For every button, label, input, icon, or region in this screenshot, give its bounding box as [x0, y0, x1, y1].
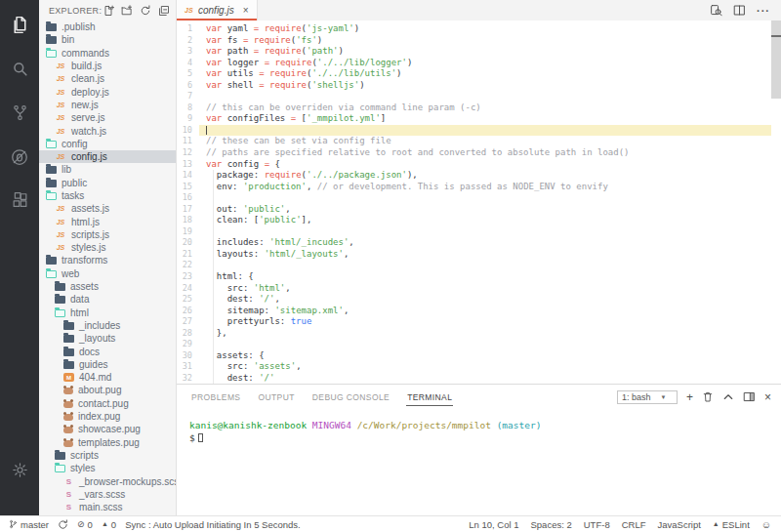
split-editor-icon[interactable] — [733, 4, 746, 17]
code-line-17[interactable]: 17 out: 'public', — [177, 204, 781, 216]
status-0[interactable]: ⊘0 — [77, 519, 93, 530]
code-line-28[interactable]: 28 }, — [177, 328, 781, 340]
tree-item-contact-pug[interactable]: contact.pug — [39, 397, 176, 410]
tree-item-clean-js[interactable]: JSclean.js — [39, 72, 176, 85]
tree-item-config[interactable]: config — [39, 138, 176, 150]
extensions-icon[interactable] — [0, 179, 39, 223]
status-sync-auto-upload-initiat[interactable]: Sync : Auto Upload Initiating In 5 Secon… — [125, 519, 301, 530]
tree-item-watch-js[interactable]: JSwatch.js — [39, 124, 176, 137]
terminal[interactable]: kanis@kanishk-zenbook MINGW64 /c/Work/pr… — [177, 409, 781, 515]
status-javascript[interactable]: JavaScript — [657, 519, 700, 530]
code-line-21[interactable]: 21 layouts: 'html/_layouts', — [177, 249, 781, 261]
tree-item-build-js[interactable]: JSbuild.js — [39, 60, 176, 72]
tree-item-serve-js[interactable]: JSserve.js — [39, 111, 176, 124]
status-utf-8[interactable]: UTF-8 — [584, 519, 610, 530]
tree-item-templates-pug[interactable]: templates.pug — [39, 436, 176, 449]
open-preview-icon[interactable] — [710, 4, 722, 17]
panel-tab-problems[interactable]: PROBLEMS — [190, 388, 241, 406]
tab-close-icon[interactable]: × — [243, 5, 249, 16]
code-line-30[interactable]: 30 assets: { — [177, 350, 781, 362]
code-line-29[interactable]: 29 — [177, 339, 781, 350]
code-line-9[interactable]: 9var configFiles = ['_mmpilot.yml'] — [177, 113, 781, 125]
tree-item-config-js[interactable]: JSconfig.js — [39, 150, 176, 163]
more-actions-icon[interactable]: ··· — [757, 5, 770, 17]
code-line-2[interactable]: 2var fs = require('fs') — [177, 35, 781, 47]
tree-item-scripts[interactable]: scripts — [39, 449, 176, 462]
code-line-14[interactable]: 14 package: require('./../package.json')… — [177, 170, 781, 182]
tree-item-docs[interactable]: docs — [39, 345, 176, 357]
code-line-24[interactable]: 24 src: 'html', — [177, 283, 781, 295]
tree-item-commands[interactable]: commands — [39, 47, 176, 60]
tree-item--includes[interactable]: _includes — [39, 319, 176, 332]
code-line-6[interactable]: 6var shell = require('shelljs') — [177, 80, 781, 92]
tree-item-new-js[interactable]: JSnew.js — [39, 99, 176, 111]
tree-item-styles-js[interactable]: JSstyles.js — [39, 241, 176, 254]
code-line-19[interactable]: 19 — [177, 226, 781, 238]
files-icon[interactable] — [0, 3, 39, 47]
code-line-25[interactable]: 25 dest: '/', — [177, 294, 781, 306]
tree-item--browser-mockups-scss[interactable]: S_browser-mockups.scss — [39, 474, 176, 487]
code-line-31[interactable]: 31 src: 'assets', — [177, 361, 781, 373]
panel-tab-debug-console[interactable]: DEBUG CONSOLE — [311, 388, 390, 406]
scrollbar-thumb[interactable] — [771, 20, 781, 99]
tree-item-main-scss[interactable]: Smain.scss — [39, 501, 176, 513]
code-line-22[interactable]: 22 — [177, 260, 781, 271]
new-file-icon[interactable] — [102, 4, 115, 18]
tree-item-assets[interactable]: assets — [39, 280, 176, 293]
tree-item-scripts-js[interactable]: JSscripts.js — [39, 228, 176, 241]
tree-item-guides[interactable]: guides — [39, 358, 176, 371]
tree-item-assets-js[interactable]: JSassets.js — [39, 202, 176, 215]
tree-item--layouts[interactable]: _layouts — [39, 332, 176, 345]
close-panel-icon[interactable]: × — [764, 390, 771, 404]
tree-item-public[interactable]: public — [39, 177, 176, 189]
code-line-13[interactable]: 13var config = { — [177, 159, 781, 171]
tree-item--vars-scss[interactable]: S_vars.scss — [39, 488, 176, 501]
split-terminal-icon[interactable] — [743, 390, 756, 403]
code-line-20[interactable]: 20 includes: 'html/_incudes', — [177, 237, 781, 249]
tree-item-data[interactable]: data — [39, 293, 176, 306]
status-eslint[interactable]: ▲ESLint — [713, 519, 750, 530]
code-line-32[interactable]: 32 dest: '/' — [177, 373, 781, 384]
code-line-3[interactable]: 3var path = require('path') — [177, 46, 781, 58]
tree-item-tasks[interactable]: tasks — [39, 189, 176, 202]
editor-scrollbar[interactable] — [771, 20, 781, 384]
new-terminal-icon[interactable]: + — [686, 390, 693, 404]
tree-item-lib[interactable]: lib — [39, 163, 176, 176]
panel-tab-output[interactable]: OUTPUT — [257, 388, 295, 406]
terminal-select[interactable]: 1: bash ▼ — [617, 390, 678, 404]
status-sync[interactable] — [58, 519, 68, 530]
status-ln-10-col-1[interactable]: Ln 10, Col 1 — [469, 519, 518, 530]
kill-terminal-icon[interactable] — [702, 390, 714, 403]
tree-item--publish[interactable]: .publish — [39, 20, 176, 33]
tree-item-html-js[interactable]: JShtml.js — [39, 215, 176, 227]
search-icon[interactable] — [0, 47, 39, 91]
maximize-panel-icon[interactable] — [722, 391, 734, 403]
refresh-icon[interactable] — [139, 4, 152, 18]
code-line-27[interactable]: 27 prettyurls: true — [177, 316, 781, 328]
tree-item-styles[interactable]: styles — [39, 462, 176, 474]
status-0[interactable]: ▲0 — [102, 519, 116, 530]
code-line-26[interactable]: 26 sitemap: 'sitemap.xml', — [177, 306, 781, 317]
tree-item-transforms[interactable]: transforms — [39, 254, 176, 266]
tree-item-html[interactable]: html — [39, 307, 176, 319]
code-line-23[interactable]: 23 html: { — [177, 271, 781, 283]
tree-item-about-pug[interactable]: about.pug — [39, 384, 176, 396]
code-line-5[interactable]: 5var utils = require('./../lib/utils') — [177, 68, 781, 80]
collapse-all-icon[interactable] — [157, 4, 171, 18]
code-line-15[interactable]: 15 env: 'production', // or development.… — [177, 182, 781, 193]
source-control-icon[interactable] — [0, 91, 39, 135]
tree-item-deploy-js[interactable]: JSdeploy.js — [39, 85, 176, 98]
tab-config-js[interactable]: JSconfig.js× — [177, 0, 258, 20]
code-line-18[interactable]: 18 clean: ['public'], — [177, 215, 781, 226]
code-editor[interactable]: 1var yaml = require('js-yaml')2var fs = … — [177, 20, 781, 384]
code-line-8[interactable]: 8// this can be overriden via command li… — [177, 102, 781, 114]
new-folder-icon[interactable] — [120, 4, 134, 18]
code-line-4[interactable]: 4var logger = require('./../lib/logger') — [177, 58, 781, 69]
status-spaces-2[interactable]: Spaces: 2 — [531, 519, 572, 530]
status-master[interactable]: master — [9, 518, 49, 530]
tree-item-index-pug[interactable]: index.pug — [39, 410, 176, 423]
debug-icon[interactable] — [0, 135, 39, 179]
code-line-7[interactable]: 7 — [177, 91, 781, 102]
code-line-12[interactable]: 12// paths are specified relative to roo… — [177, 147, 781, 159]
status-crlf[interactable]: CRLF — [622, 519, 646, 530]
